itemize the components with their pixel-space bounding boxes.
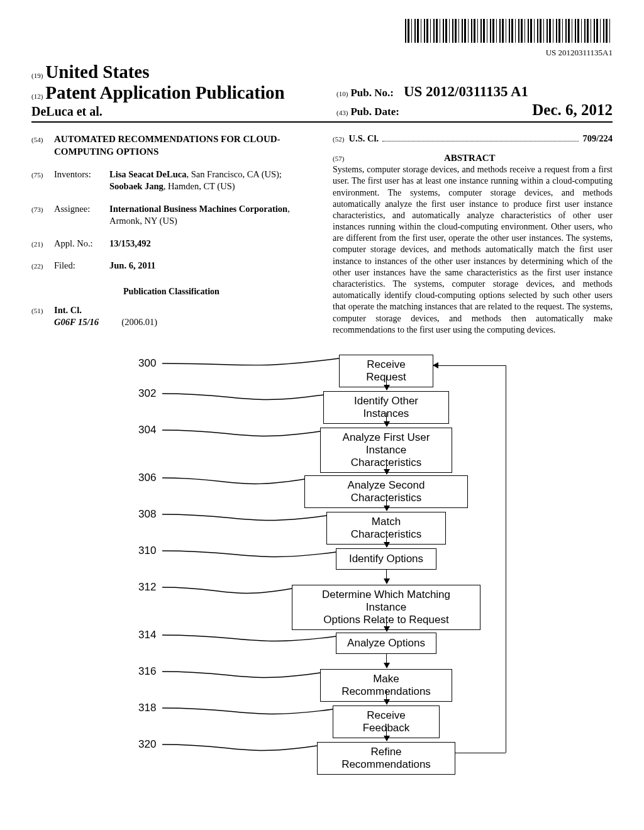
- right-column: (52) U.S. Cl. 709/224 (57) ABSTRACT Syst…: [333, 133, 613, 336]
- abstract-text: Systems, computer storage devices, and m…: [333, 164, 613, 336]
- inid-73: (73): [31, 206, 43, 213]
- body-columns: (54) AUTOMATED RECOMMENDATIONS FOR CLOUD…: [31, 133, 613, 336]
- arrow-left-icon: [433, 362, 438, 368]
- pubno-value: US 2012/0311135 A1: [404, 84, 528, 99]
- inid-51: (51): [31, 307, 43, 314]
- flowchart-label-304: 304: [138, 424, 156, 436]
- assignee-label: Assignee:: [54, 203, 109, 228]
- filed-label: Filed:: [54, 260, 109, 272]
- dotted-leader: [382, 133, 579, 141]
- flowchart-label-316: 316: [138, 665, 156, 678]
- assignee-value: International Business Machines Corporat…: [109, 203, 311, 228]
- inid-43: (43): [336, 109, 348, 116]
- pubdate-value: Dec. 6, 2012: [532, 101, 613, 119]
- inid-54: (54): [31, 136, 43, 143]
- inid-57: (57): [333, 155, 344, 162]
- country: United States: [45, 62, 149, 82]
- flowchart-step-310: Identify Options: [336, 548, 436, 570]
- inid-12: (12): [31, 92, 43, 100]
- flowchart-label-302: 302: [138, 387, 156, 400]
- barcode-block: [31, 19, 613, 45]
- flowchart-label-314: 314: [138, 629, 156, 641]
- feedback-loop-line: [455, 753, 506, 753]
- flowchart-label-300: 300: [138, 357, 156, 370]
- flowchart-step-314: Analyze Options: [336, 633, 436, 654]
- inid-52: (52): [333, 135, 344, 144]
- uscl-value: 709/224: [582, 133, 613, 145]
- intcl-label: Int. Cl.: [54, 305, 82, 315]
- inid-21: (21): [31, 240, 43, 248]
- flowchart-label-318: 318: [138, 702, 156, 714]
- feedback-loop-line: [433, 365, 506, 366]
- doc-type: Patent Application Publication: [45, 82, 284, 102]
- left-column: (54) AUTOMATED RECOMMENDATIONS FOR CLOUD…: [31, 133, 311, 336]
- flowchart-figure: Receive Request300Identify Other Instanc…: [69, 355, 575, 785]
- document-header: (19) United States (12) Patent Applicati…: [31, 62, 613, 123]
- inid-75: (75): [31, 171, 43, 179]
- uscl-label: U.S. Cl.: [349, 133, 379, 143]
- flowchart-label-312: 312: [138, 581, 156, 594]
- inventors-label: Inventors:: [54, 169, 109, 193]
- inid-10: (10): [336, 90, 348, 97]
- author-line: DeLuca et al.: [31, 104, 336, 119]
- barcode-number: US 20120311135A1: [31, 48, 613, 58]
- filed-value: Jun. 6, 2011: [109, 260, 155, 270]
- inid-22: (22): [31, 262, 43, 270]
- flowchart-label-308: 308: [138, 508, 156, 521]
- pubclass-heading: Publication Classification: [31, 286, 311, 298]
- applno-value: 13/153,492: [109, 238, 151, 248]
- abstract-heading: ABSTRACT: [347, 152, 593, 164]
- flowchart-step-320: Refine Recommendations: [317, 742, 455, 775]
- inid-19: (19): [31, 72, 43, 79]
- inventors-value: Lisa Seacat DeLuca, San Francisco, CA (U…: [109, 169, 311, 193]
- feedback-loop-line: [506, 365, 506, 753]
- intcl-version: (2006.01): [121, 317, 157, 327]
- flowchart-label-306: 306: [138, 472, 156, 484]
- invention-title: AUTOMATED RECOMMENDATIONS FOR CLOUD-COMP…: [54, 133, 311, 158]
- barcode: [405, 19, 613, 43]
- pubno-label: Pub. No.:: [350, 87, 393, 99]
- applno-label: Appl. No.:: [54, 238, 109, 250]
- intcl-code: G06F 15/16: [54, 317, 99, 327]
- flowchart-label-310: 310: [138, 545, 156, 557]
- flowchart-label-320: 320: [138, 738, 156, 751]
- pubdate-label: Pub. Date:: [350, 106, 399, 118]
